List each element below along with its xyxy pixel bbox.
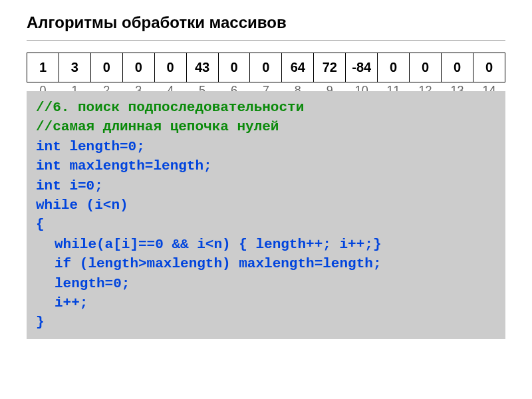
- array-cell: 0: [250, 53, 282, 82]
- array-cell: 0: [441, 53, 473, 82]
- code-line: int i=0;: [36, 176, 496, 196]
- array-cell: 64: [282, 53, 314, 82]
- array-cell: 0: [218, 53, 250, 82]
- code-line: i++;: [36, 293, 496, 313]
- code-line: {: [36, 215, 496, 234]
- code-block: //6. поиск подпоследовательности //самая…: [27, 91, 505, 339]
- array-cell: 72: [314, 53, 346, 82]
- code-line: while(a[i]==0 && i<n) { length++; i++;}: [36, 235, 496, 254]
- code-line: int length=0;: [36, 137, 496, 156]
- array-cell: 3: [59, 53, 90, 82]
- array-cell: 0: [473, 53, 505, 82]
- array-cell: 0: [378, 53, 410, 82]
- title-divider: [27, 40, 505, 41]
- array-cell: 0: [90, 53, 122, 82]
- array-cell: -84: [346, 53, 378, 82]
- code-line: length=0;: [36, 274, 496, 293]
- array-cell: 1: [27, 53, 59, 82]
- code-line: if (length>maxlength) maxlength=length;: [36, 254, 496, 273]
- array-cell: 0: [410, 53, 442, 82]
- code-line: while (i<n): [36, 196, 496, 215]
- array-cell: 43: [186, 53, 218, 82]
- code-comment: //6. поиск подпоследовательности: [36, 98, 496, 117]
- page-title: Алгоритмы обработки массивов: [27, 13, 505, 32]
- array-cell: 0: [122, 53, 154, 82]
- code-line: int maxlength=length;: [36, 156, 496, 176]
- array-values-row: 1 3 0 0 0 43 0 0 64 72 -84 0 0 0 0: [27, 53, 505, 82]
- array-cell: 0: [154, 53, 186, 82]
- code-line: }: [36, 313, 496, 332]
- code-comment: //самая длинная цепочка нулей: [36, 117, 496, 136]
